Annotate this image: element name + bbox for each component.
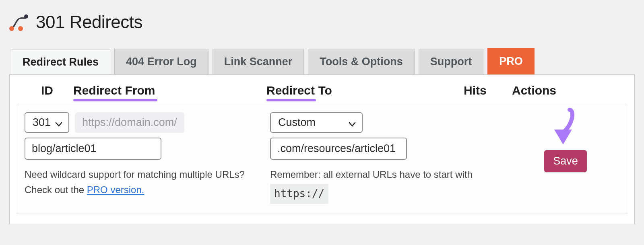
tab-support[interactable]: Support <box>419 49 483 74</box>
tab-link-scanner[interactable]: Link Scanner <box>213 49 304 74</box>
redirect-to-type-value: Custom <box>278 116 316 129</box>
to-help-prefix: Remember: all external URLs have to star… <box>270 169 473 180</box>
tab-404-error-log[interactable]: 404 Error Log <box>114 49 208 74</box>
from-line1: 301 https://domain.com/ <box>25 112 270 133</box>
tabs: Redirect Rules 404 Error Log Link Scanne… <box>9 48 635 74</box>
chevron-down-icon <box>55 119 63 127</box>
redirects-logo-icon <box>9 12 29 32</box>
svg-point-2 <box>24 14 28 19</box>
from-help-line2-prefix: Check out the <box>25 184 87 195</box>
redirect-to-input[interactable] <box>270 138 407 160</box>
col-redirect-from-label: Redirect From <box>73 84 155 97</box>
page-title: 301 Redirects <box>36 12 142 32</box>
tab-redirect-rules[interactable]: Redirect Rules <box>11 49 110 75</box>
highlight-underline <box>73 99 157 101</box>
pro-version-link[interactable]: PRO version. <box>87 184 144 195</box>
tab-pro[interactable]: PRO <box>487 48 535 74</box>
page-header: 301 Redirects <box>9 8 635 48</box>
to-help-code: https:// <box>270 184 328 204</box>
redirect-to-type-select[interactable]: Custom <box>270 112 363 133</box>
tab-tools-options[interactable]: Tools & Options <box>308 49 414 74</box>
actions-cell: Save <box>512 112 619 204</box>
status-code-select[interactable]: 301 <box>25 112 69 133</box>
redirect-to-cell: Custom Remember: all external URLs have … <box>270 112 512 204</box>
highlight-underline <box>266 99 316 101</box>
chevron-down-icon <box>348 119 356 127</box>
column-headers: ID Redirect From Redirect To Hits Action… <box>17 84 627 104</box>
from-help-line1: Need wildcard support for matching multi… <box>25 169 245 180</box>
from-help-text: Need wildcard support for matching multi… <box>25 167 270 198</box>
redirect-from-cell: 301 https://domain.com/ Need wildcard su… <box>25 112 270 204</box>
rules-panel: ID Redirect From Redirect To Hits Action… <box>9 74 635 224</box>
domain-prefix-display: https://domain.com/ <box>75 112 184 133</box>
redirect-row: 301 https://domain.com/ Need wildcard su… <box>17 104 627 214</box>
svg-point-0 <box>9 26 14 31</box>
save-button[interactable]: Save <box>544 150 587 172</box>
col-hits: Hits <box>464 84 487 97</box>
annotation-arrow-icon <box>546 107 578 150</box>
to-line1: Custom <box>270 112 512 133</box>
svg-point-1 <box>18 26 23 31</box>
col-id: ID <box>41 84 53 97</box>
status-code-value: 301 <box>33 116 51 129</box>
to-help-text: Remember: all external URLs have to star… <box>270 167 512 204</box>
col-redirect-to-label: Redirect To <box>266 84 332 97</box>
redirect-from-input[interactable] <box>25 138 161 160</box>
col-redirect-to: Redirect To <box>266 84 332 97</box>
col-actions: Actions <box>512 84 556 97</box>
col-redirect-from: Redirect From <box>73 84 155 97</box>
